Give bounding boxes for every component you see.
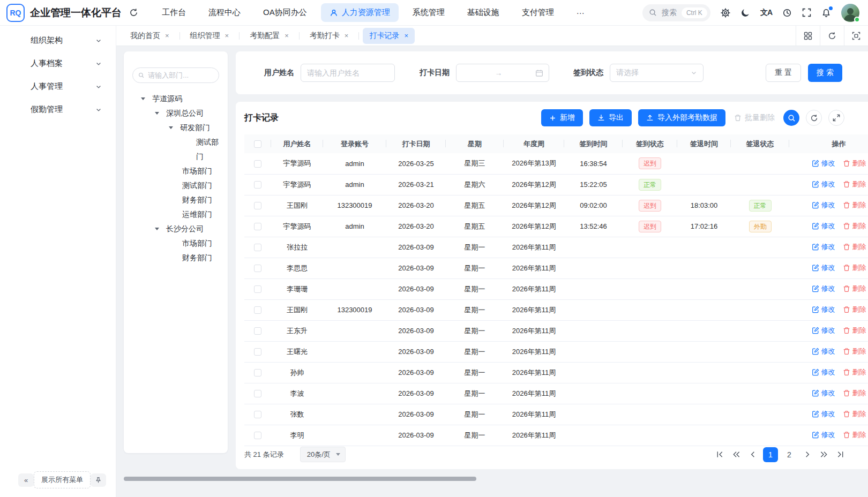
page-number-button[interactable]: 1 — [763, 447, 778, 462]
close-icon[interactable]: × — [404, 32, 408, 39]
dept-tree-node[interactable]: 测试部门 — [132, 178, 219, 193]
edit-button[interactable]: 修改 — [812, 200, 835, 210]
delete-button[interactable]: 删除 — [843, 179, 866, 189]
row-checkbox[interactable] — [254, 265, 261, 272]
import-button[interactable]: 导入外部考勤数据 — [638, 109, 725, 126]
refresh-icon[interactable] — [820, 26, 844, 46]
page-size-select[interactable]: 20条/页 — [300, 447, 346, 462]
page-number-button[interactable]: 2 — [782, 447, 797, 462]
edit-button[interactable]: 修改 — [812, 263, 835, 273]
edit-button[interactable]: 修改 — [812, 409, 835, 419]
dept-search-field[interactable] — [148, 71, 213, 79]
date-range-picker[interactable]: → — [456, 64, 549, 82]
edit-button[interactable]: 修改 — [812, 221, 835, 231]
global-search[interactable]: 搜索 Ctrl K — [642, 4, 710, 21]
topbar-nav-item[interactable]: 工作台 — [153, 3, 194, 22]
sidebar-menu-item[interactable]: 组织架构 — [0, 29, 116, 52]
edit-button[interactable]: 修改 — [812, 326, 835, 335]
row-checkbox[interactable] — [254, 306, 261, 314]
horizontal-scrollbar[interactable] — [124, 477, 476, 481]
edit-button[interactable]: 修改 — [812, 347, 835, 356]
row-checkbox[interactable] — [254, 390, 261, 397]
delete-button[interactable]: 删除 — [843, 430, 866, 440]
show-all-menu-button[interactable]: 展示所有菜单 — [34, 471, 91, 488]
prev-page-button[interactable] — [746, 448, 759, 461]
username-filter[interactable] — [301, 64, 395, 82]
reset-button[interactable]: 重 置 — [766, 64, 801, 82]
dept-tree-node[interactable]: 测试部门 — [132, 135, 219, 164]
delete-button[interactable]: 删除 — [843, 409, 866, 419]
delete-button[interactable]: 删除 — [843, 347, 866, 356]
dept-tree-node[interactable]: 芋道源码 — [132, 92, 219, 106]
edit-button[interactable]: 修改 — [812, 367, 835, 377]
row-checkbox[interactable] — [254, 348, 261, 356]
row-checkbox[interactable] — [254, 369, 261, 376]
edit-button[interactable]: 修改 — [812, 179, 835, 189]
grid-layout-icon[interactable] — [796, 26, 820, 46]
delete-button[interactable]: 删除 — [843, 221, 866, 231]
dept-tree-node[interactable]: 长沙分公司 — [132, 222, 219, 236]
tree-expand-arrow-icon[interactable] — [141, 97, 145, 100]
status-select[interactable]: 请选择 — [610, 64, 704, 82]
close-icon[interactable]: × — [165, 32, 169, 39]
table-refresh-button[interactable] — [806, 110, 822, 126]
row-checkbox[interactable] — [254, 411, 261, 418]
topbar-nav-item[interactable]: 流程中心 — [200, 3, 249, 22]
topbar-nav-item[interactable]: 基础设施 — [459, 3, 508, 22]
sidebar-menu-item[interactable]: 假勤管理 — [0, 98, 116, 121]
select-all-checkbox[interactable] — [254, 140, 261, 148]
user-avatar[interactable] — [841, 4, 859, 22]
settings-gear-icon[interactable] — [721, 8, 730, 18]
edit-button[interactable]: 修改 — [812, 388, 835, 398]
reload-icon[interactable] — [129, 8, 138, 17]
topbar-nav-item[interactable]: 支付管理 — [513, 3, 563, 22]
topbar-nav-item[interactable]: 人力资源管理 — [321, 3, 399, 22]
sidebar-menu-item[interactable]: 人事管理 — [0, 75, 116, 98]
sidebar-menu-item[interactable]: 人事档案 — [0, 52, 116, 75]
row-checkbox[interactable] — [254, 432, 261, 439]
tree-expand-arrow-icon[interactable] — [169, 126, 173, 129]
collapse-sidebar-button[interactable]: « — [18, 473, 34, 487]
dept-search-input[interactable] — [132, 67, 219, 83]
row-checkbox[interactable] — [254, 285, 261, 293]
dept-tree-node[interactable]: 财务部门 — [132, 193, 219, 207]
page-tab[interactable]: 考勤打卡 × — [303, 28, 355, 44]
batch-delete-button[interactable]: 批量删除 — [734, 113, 775, 123]
row-checkbox[interactable] — [254, 244, 261, 251]
topbar-nav-item[interactable]: OA协同办公 — [255, 3, 316, 22]
delete-button[interactable]: 删除 — [843, 159, 866, 168]
close-icon[interactable]: × — [225, 32, 229, 39]
maximize-content-icon[interactable] — [844, 26, 868, 46]
edit-button[interactable]: 修改 — [812, 430, 835, 440]
page-tab[interactable]: 我的首页 × — [124, 28, 176, 44]
dept-tree-node[interactable]: 财务部门 — [132, 251, 219, 265]
delete-button[interactable]: 删除 — [843, 367, 866, 377]
row-checkbox[interactable] — [254, 181, 261, 189]
row-checkbox[interactable] — [254, 202, 261, 209]
close-icon[interactable]: × — [345, 32, 349, 39]
dept-tree-node[interactable]: 研发部门 — [132, 121, 219, 135]
dept-tree-node[interactable]: 运维部门 — [132, 207, 219, 222]
delete-button[interactable]: 删除 — [843, 200, 866, 210]
topbar-nav-item[interactable]: ··· — [568, 4, 593, 21]
row-checkbox[interactable] — [254, 160, 261, 168]
last-page-button[interactable] — [834, 448, 847, 461]
pin-icon[interactable] — [91, 473, 106, 487]
edit-button[interactable]: 修改 — [812, 284, 835, 293]
page-tab[interactable]: 打卡记录 × — [363, 28, 415, 44]
fast-prev-button[interactable] — [730, 448, 743, 461]
dark-mode-moon-icon[interactable] — [740, 8, 750, 18]
fast-next-button[interactable] — [817, 448, 830, 461]
edit-button[interactable]: 修改 — [812, 305, 835, 314]
row-checkbox[interactable] — [254, 327, 261, 335]
first-page-button[interactable] — [713, 448, 726, 461]
search-button[interactable]: 搜 索 — [808, 64, 842, 82]
topbar-nav-item[interactable]: 系统管理 — [404, 3, 453, 22]
notification-bell-icon[interactable] — [821, 8, 831, 18]
row-checkbox[interactable] — [254, 223, 261, 230]
delete-button[interactable]: 删除 — [843, 242, 866, 252]
next-page-button[interactable] — [800, 448, 813, 461]
page-tab[interactable]: 组织管理 × — [184, 28, 236, 44]
tree-expand-arrow-icon[interactable] — [155, 228, 159, 230]
dept-tree-node[interactable]: 市场部门 — [132, 236, 219, 251]
